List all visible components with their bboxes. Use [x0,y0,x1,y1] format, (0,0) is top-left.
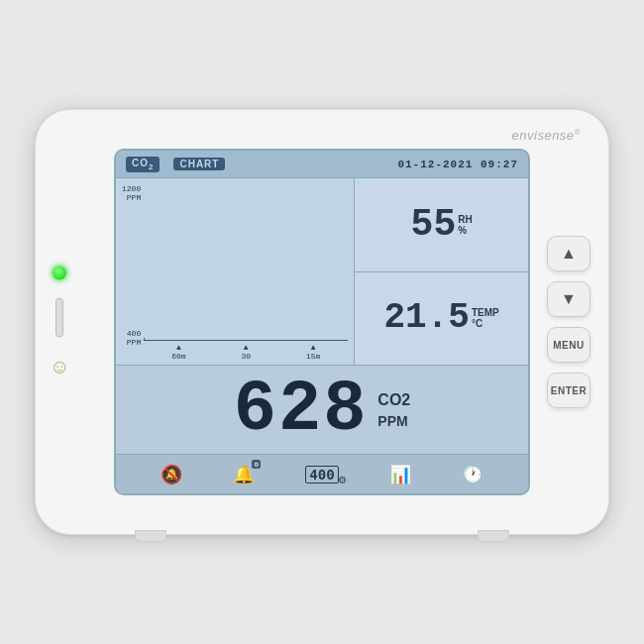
brand-name: envisense [512,128,575,143]
temp-value: 21.5 [384,300,470,336]
bell-settings-icon[interactable]: 🔔⚙ [233,464,255,485]
humidity-box: 55 RH % [355,178,528,272]
menu-label: MENU [553,340,584,351]
screen-top-bar: CO2 CHART 01-12-2021 09:27 [116,151,528,178]
brand-trademark: ® [575,128,581,137]
smiley-icon: ☺ [50,356,69,378]
x-tick-15m: ▲ 15m [306,343,320,361]
brand-label: envisense® [512,128,581,143]
device-body: envisense® ☺ CO2 CHART 01-12-2021 09:27 … [35,109,609,535]
down-arrow-icon: ▼ [561,290,577,308]
humidity-value: 55 [411,206,457,244]
info-panel: 55 RH % 21.5 TEMP °C [355,178,528,365]
co2-display: 628 CO2 PPM [116,365,528,454]
bell-slash-icon[interactable]: 🔕 [161,464,182,485]
co2-ppm: PPM [377,413,410,429]
chart-x-labels: ▲ 60m ▲ 30 ▲ 15m [144,341,348,361]
bell-gear-badge: ⚙ [252,460,261,469]
datetime-display: 01-12-2021 09:27 [397,159,518,170]
up-arrow-icon: ▲ [561,245,577,263]
lcd-screen: CO2 CHART 01-12-2021 09:27 1200PPM 400PP… [114,149,530,495]
up-button[interactable]: ▲ [547,236,590,271]
screen-middle: 1200PPM 400PPM ▲ 60m ▲ [116,178,528,365]
screen-bottom-bar: 🔕 🔔⚙ 400 ⚙ 📊 🕐 [116,454,528,493]
left-panel: ☺ [50,267,69,378]
gear-icon: ⚙ [338,475,347,485]
led-green [53,267,66,280]
enter-label: ENTER [551,385,587,396]
x-tick-60m: ▲ 60m [171,343,185,361]
calibrate-badge: 400 [305,466,338,483]
chart-bar-icon[interactable]: 📊 [389,464,411,485]
clock-icon[interactable]: 🕐 [462,464,483,485]
co2-big-value: 628 [234,375,369,446]
chart-wrapper: 1200PPM 400PPM ▲ 60m ▲ [122,184,348,361]
temp-unit: TEMP °C [472,307,499,329]
left-slider [55,298,63,338]
co2-units: CO2 PPM [377,391,410,429]
calibrate-icon[interactable]: 400 ⚙ [305,466,338,483]
chart-badge: CHART [173,158,225,170]
chart-y-labels: 1200PPM 400PPM [122,184,141,361]
co2-badge: CO2 [126,157,160,172]
x-tick-30: ▲ 30 [241,343,251,361]
co2-label: CO2 [377,391,410,409]
enter-button[interactable]: ENTER [547,373,590,408]
y-label-top: 1200PPM [122,184,141,202]
menu-button[interactable]: MENU [547,327,590,363]
temp-box: 21.5 TEMP °C [355,272,528,366]
y-label-bottom: 400PPM [122,329,141,347]
humidity-unit: RH % [458,214,472,236]
down-button[interactable]: ▼ [547,281,590,317]
chart-content: ▲ 60m ▲ 30 ▲ 15m [144,338,348,361]
right-panel: ▲ ▼ MENU ENTER [547,236,590,408]
chart-area: 1200PPM 400PPM ▲ 60m ▲ [116,178,355,365]
